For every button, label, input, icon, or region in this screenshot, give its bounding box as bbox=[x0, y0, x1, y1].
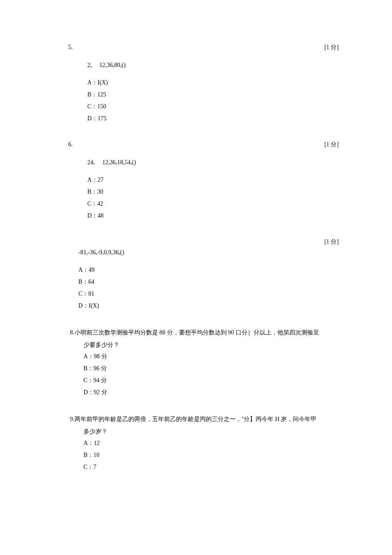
question-text-cont: 少要多少分？ bbox=[84, 340, 334, 349]
option-c: C：42 bbox=[87, 199, 334, 208]
question-6: 6. [1 分] 24, 12,36,18,54,() A：27 B：30 C：… bbox=[72, 140, 334, 220]
option-d: D：48 bbox=[87, 211, 334, 220]
question-7: [1 分] -81,-36,-9,0,9,36,() A：49 B：64 C：8… bbox=[72, 237, 334, 310]
question-9: 9.两年前甲的年龄是乙的两倍，五年前乙的年龄是丙的三分之一，"分】丙今年 H 岁… bbox=[70, 414, 334, 471]
question-number: 6. bbox=[68, 140, 73, 149]
option-a: A：27 bbox=[87, 175, 334, 184]
option-c: C：7 bbox=[84, 462, 334, 471]
option-b: B：96 分 bbox=[84, 364, 334, 373]
question-sequence: 24, 12,36,18,54,() bbox=[87, 158, 334, 167]
option-a: A：I(X) bbox=[87, 78, 334, 87]
question-options: A：49 B：64 C：81 D：I(X) bbox=[78, 265, 334, 310]
option-d: D：92 分 bbox=[84, 388, 334, 397]
question-header: [1 分] bbox=[72, 237, 334, 246]
question-header: 5. [1 分] bbox=[72, 43, 334, 51]
question-number: 8. bbox=[70, 329, 75, 336]
option-a: A：98 分 bbox=[84, 352, 334, 361]
sequence-first: 2, bbox=[87, 62, 92, 68]
option-c: C：81 bbox=[78, 289, 334, 298]
question-text-cont: 多少岁？ bbox=[84, 427, 334, 436]
question-text: 两年前甲的年龄是乙的两倍，五年前乙的年龄是丙的三分之一，"分】丙今年 H 岁，问… bbox=[75, 416, 317, 422]
option-b: B：30 bbox=[87, 187, 334, 196]
sequence-rest: -81,-36,-9,0,9,36,() bbox=[78, 249, 124, 256]
question-options: A：27 B：30 C：42 D：48 bbox=[87, 175, 334, 220]
option-d: D：I(X) bbox=[78, 301, 334, 310]
option-c: C：94 分 bbox=[84, 376, 334, 385]
sequence-first: 24, bbox=[87, 159, 95, 166]
option-b: B：64 bbox=[78, 277, 334, 286]
question-points: [1 分] bbox=[324, 237, 339, 246]
question-points: [1 分] bbox=[324, 140, 339, 149]
sequence-rest: 12,36,18,54,() bbox=[102, 159, 136, 166]
question-options: A：98 分 B：96 分 C：94 分 D：92 分 bbox=[84, 352, 334, 397]
option-a: A：49 bbox=[78, 265, 334, 274]
option-c: C：150 bbox=[87, 102, 334, 111]
question-text: 小明前三次数学测验平均分数是 88 分，要想平均分数达到 90 口分］分以上，他… bbox=[75, 329, 319, 336]
question-5: 5. [1 分] 2, 12,36,80,() A：I(X) B：125 C：1… bbox=[72, 43, 334, 123]
question-number: 5. bbox=[68, 43, 73, 52]
option-a: A：12 bbox=[84, 439, 334, 447]
question-options: A：12 B：10 C：7 bbox=[84, 439, 334, 471]
question-sequence: 2, 12,36,80,() bbox=[87, 61, 334, 70]
question-options: A：I(X) B：125 C：150 D：175 bbox=[87, 78, 334, 123]
question-points: [1 分] bbox=[324, 43, 339, 52]
question-header: 9.两年前甲的年龄是乙的两倍，五年前乙的年龄是丙的三分之一，"分】丙今年 H 岁… bbox=[70, 414, 334, 424]
question-header: 8.小明前三次数学测验平均分数是 88 分，要想平均分数达到 90 口分］分以上… bbox=[70, 327, 334, 338]
question-number: 9. bbox=[70, 416, 75, 422]
question-8: 8.小明前三次数学测验平均分数是 88 分，要想平均分数达到 90 口分］分以上… bbox=[70, 327, 334, 397]
question-header: 6. [1 分] bbox=[72, 140, 334, 148]
question-sequence: -81,-36,-9,0,9,36,() bbox=[78, 248, 334, 257]
option-b: B：10 bbox=[84, 450, 334, 459]
sequence-rest: 12,36,80,() bbox=[99, 62, 126, 68]
option-d: D：175 bbox=[87, 114, 334, 123]
option-b: B：125 bbox=[87, 90, 334, 99]
